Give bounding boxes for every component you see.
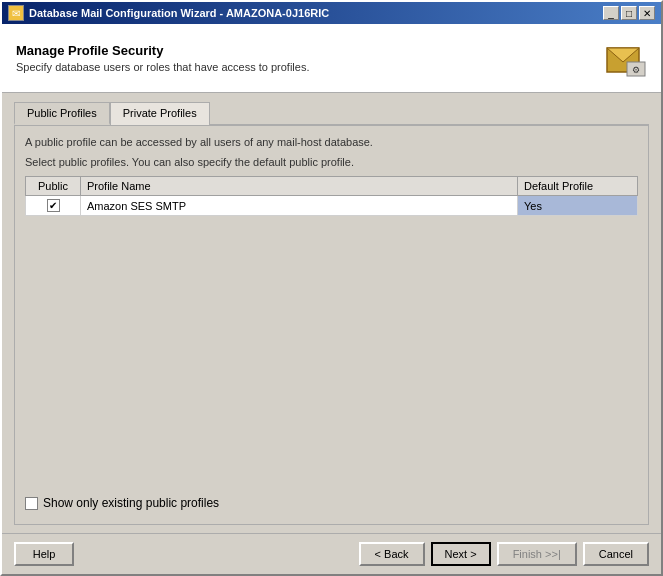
footer: Help < Back Next > Finish >>| Cancel — [2, 533, 661, 574]
cell-default-profile: Yes — [518, 196, 638, 216]
close-button[interactable]: ✕ — [639, 6, 655, 20]
col-header-profile-name: Profile Name — [81, 177, 518, 196]
table-header-row: Public Profile Name Default Profile — [26, 177, 638, 196]
header-section: Manage Profile Security Specify database… — [2, 24, 661, 93]
profiles-table-container: Public Profile Name Default Profile ✔ — [25, 176, 638, 490]
window-icon: ✉ — [8, 5, 24, 21]
header-text: Manage Profile Security Specify database… — [16, 43, 310, 73]
profile-public-checkbox[interactable]: ✔ — [47, 199, 60, 212]
mail-icon: ⚙ — [599, 34, 647, 82]
page-title: Manage Profile Security — [16, 43, 310, 58]
window-title: Database Mail Configuration Wizard - AMA… — [29, 7, 329, 19]
minimize-button[interactable]: _ — [603, 6, 619, 20]
tab-content-public: A public profile can be accessed by all … — [14, 126, 649, 525]
tab-public-profiles[interactable]: Public Profiles — [14, 102, 110, 125]
main-content: Public Profiles Private Profiles A publi… — [2, 93, 661, 533]
cell-profile-name: Amazon SES SMTP — [81, 196, 518, 216]
existing-profiles-row: Show only existing public profiles — [25, 496, 219, 510]
title-bar: ✉ Database Mail Configuration Wizard - A… — [2, 2, 661, 24]
tab-strip: Public Profiles Private Profiles — [14, 101, 649, 126]
title-bar-left: ✉ Database Mail Configuration Wizard - A… — [8, 5, 329, 21]
select-text: Select public profiles. You can also spe… — [25, 156, 638, 168]
svg-text:⚙: ⚙ — [632, 65, 640, 75]
col-header-default-profile: Default Profile — [518, 177, 638, 196]
tab-private-profiles[interactable]: Private Profiles — [110, 102, 210, 125]
show-existing-checkbox[interactable] — [25, 497, 38, 510]
finish-button[interactable]: Finish >>| — [497, 542, 577, 566]
maximize-button[interactable]: □ — [621, 6, 637, 20]
page-subtitle: Specify database users or roles that hav… — [16, 61, 310, 73]
title-buttons: _ □ ✕ — [603, 6, 655, 20]
back-button[interactable]: < Back — [359, 542, 425, 566]
profiles-table: Public Profile Name Default Profile ✔ — [25, 176, 638, 216]
cancel-button[interactable]: Cancel — [583, 542, 649, 566]
footer-right: < Back Next > Finish >>| Cancel — [359, 542, 649, 566]
cell-checkbox: ✔ — [26, 196, 81, 216]
public-description: A public profile can be accessed by all … — [25, 136, 638, 148]
col-header-public: Public — [26, 177, 81, 196]
table-row: ✔ Amazon SES SMTP Yes — [26, 196, 638, 216]
main-window: ✉ Database Mail Configuration Wizard - A… — [0, 0, 663, 576]
help-button[interactable]: Help — [14, 542, 74, 566]
next-button[interactable]: Next > — [431, 542, 491, 566]
show-existing-label: Show only existing public profiles — [43, 496, 219, 510]
header-icon: ⚙ — [599, 34, 647, 82]
bottom-section: Show only existing public profiles — [25, 490, 638, 514]
footer-left: Help — [14, 542, 74, 566]
